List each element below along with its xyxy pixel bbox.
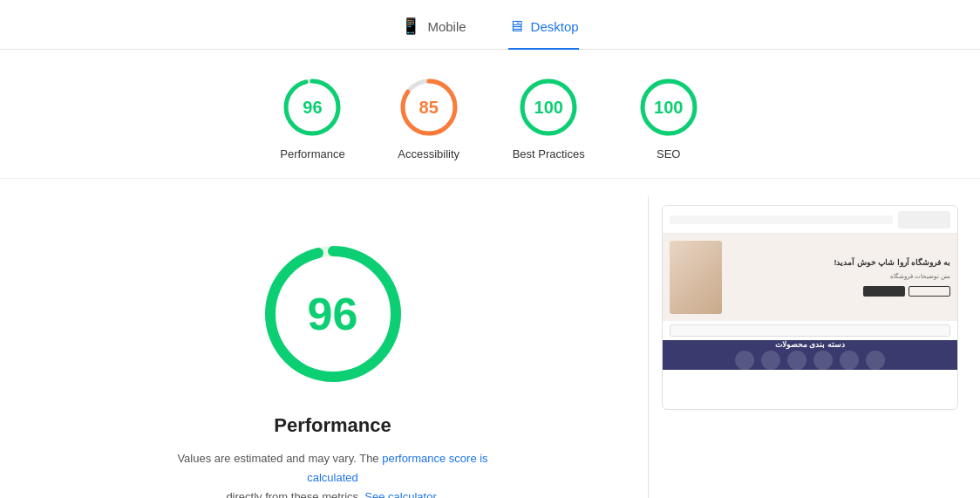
tab-desktop-label: Desktop bbox=[531, 19, 579, 34]
screenshot-btn-secondary bbox=[909, 286, 950, 297]
screenshot-header bbox=[663, 206, 957, 234]
tab-bar: 📱 Mobile 🖥 Desktop bbox=[0, 0, 980, 50]
left-panel: 96 Performance Values are estimated and … bbox=[0, 179, 648, 498]
score-card-best-practices: 100 Best Practices bbox=[513, 76, 585, 160]
screenshot-cat-icon-1 bbox=[735, 351, 754, 370]
screenshot-cat-icon-3 bbox=[787, 351, 806, 370]
screenshot-nav bbox=[670, 215, 893, 224]
accessibility-label: Accessibility bbox=[398, 147, 459, 160]
tab-mobile-label: Mobile bbox=[427, 19, 466, 34]
tab-desktop[interactable]: 🖥 Desktop bbox=[508, 17, 579, 50]
screenshot-categories-title: دسته بندی محصولات bbox=[775, 340, 845, 349]
desktop-icon: 🖥 bbox=[508, 17, 524, 36]
screenshot-category-icons bbox=[735, 351, 885, 370]
screenshot-cat-icon-4 bbox=[813, 351, 833, 370]
see-calculator-link[interactable]: See calculator. bbox=[364, 490, 439, 498]
score-ring-best-practices: 100 bbox=[517, 76, 580, 139]
performance-score: 96 bbox=[303, 98, 322, 118]
big-performance-score: 96 bbox=[308, 288, 358, 340]
main-container: 📱 Mobile 🖥 Desktop 96 Performance bbox=[0, 0, 980, 498]
tab-mobile[interactable]: 📱 Mobile bbox=[401, 17, 466, 50]
site-screenshot: به فروشگاه آروا شاپ خوش آمدید! متن توضیح… bbox=[662, 205, 958, 410]
screenshot-cat-icon-2 bbox=[761, 351, 780, 370]
screenshot-hero: به فروشگاه آروا شاپ خوش آمدید! متن توضیح… bbox=[663, 234, 957, 321]
screenshot-categories: دسته بندی محصولات bbox=[663, 340, 957, 370]
score-card-seo: 100 SEO bbox=[637, 76, 700, 160]
screenshot-hero-image bbox=[670, 241, 722, 314]
screenshot-hero-title: به فروشگاه آروا شاپ خوش آمدید! bbox=[834, 258, 951, 267]
score-ring-seo: 100 bbox=[637, 76, 700, 139]
performance-description: Values are estimated and may vary. The p… bbox=[167, 449, 499, 498]
right-panel: به فروشگاه آروا شاپ خوش آمدید! متن توضیح… bbox=[649, 179, 980, 498]
screenshot-cat-icon-5 bbox=[840, 351, 859, 370]
main-content: 96 Performance Values are estimated and … bbox=[0, 179, 980, 498]
seo-label: SEO bbox=[657, 147, 680, 160]
performance-label: Performance bbox=[280, 147, 344, 160]
screenshot-btn-primary bbox=[863, 286, 905, 297]
score-card-performance: 96 Performance bbox=[280, 76, 344, 160]
score-ring-performance: 96 bbox=[281, 76, 344, 139]
score-row: 96 Performance 85 Accessibility bbox=[0, 50, 980, 179]
big-performance-ring: 96 bbox=[259, 240, 407, 388]
score-card-accessibility: 85 Accessibility bbox=[398, 76, 460, 160]
screenshot-hero-sub: متن توضیحات فروشگاه bbox=[890, 272, 950, 281]
seo-score: 100 bbox=[654, 98, 683, 118]
screenshot-logo bbox=[898, 211, 950, 229]
best-practices-label: Best Practices bbox=[513, 147, 585, 160]
screenshot-hero-text: به فروشگاه آروا شاپ خوش آمدید! متن توضیح… bbox=[729, 258, 950, 297]
screenshot-cat-icon-6 bbox=[866, 351, 885, 370]
screenshot-search bbox=[670, 324, 950, 337]
accessibility-score: 85 bbox=[419, 98, 439, 118]
screenshot-hero-buttons bbox=[863, 286, 950, 297]
best-practices-score: 100 bbox=[534, 98, 563, 118]
score-ring-accessibility: 85 bbox=[398, 76, 460, 139]
mobile-icon: 📱 bbox=[401, 17, 420, 36]
performance-title: Performance bbox=[274, 414, 391, 437]
